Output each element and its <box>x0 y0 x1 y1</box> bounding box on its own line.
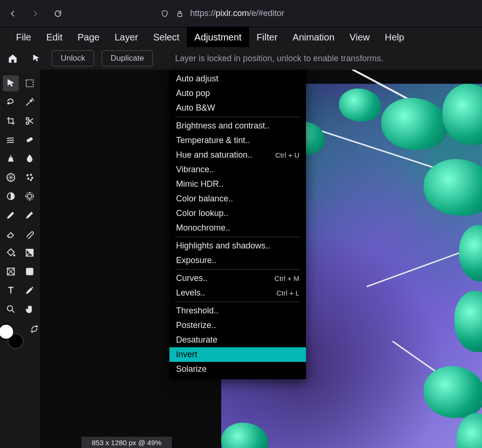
tool-pen[interactable] <box>3 207 19 223</box>
menu-filter[interactable]: Filter <box>249 27 285 47</box>
swatch-fg[interactable] <box>0 324 14 340</box>
menuitem-label: Brightness and contrast.. <box>176 121 270 131</box>
tool-marquee[interactable] <box>22 75 38 91</box>
status-text: 853 x 1280 px @ 49% <box>92 439 161 447</box>
menuitem-color-balance[interactable]: Color balance.. <box>169 192 306 206</box>
menuitem-posterize[interactable]: Posterize.. <box>169 318 306 333</box>
duplicate-button[interactable]: Duplicate <box>102 50 153 66</box>
unlock-button[interactable]: Unlock <box>52 50 94 66</box>
menuitem-auto-pop[interactable]: Auto pop <box>169 86 306 101</box>
tool-eraser[interactable] <box>3 226 19 242</box>
menu-separator <box>175 302 300 302</box>
shield-icon <box>160 9 169 18</box>
menuitem-desaturate[interactable]: Desaturate <box>169 333 306 347</box>
tool-brush[interactable] <box>22 207 38 223</box>
menuitem-label: Color lookup.. <box>176 208 228 218</box>
menu-adjustment[interactable]: Adjustment <box>187 27 249 47</box>
tool-pixelate[interactable] <box>3 169 19 185</box>
menuitem-temperature-tint[interactable]: Temperature & tint.. <box>169 133 306 148</box>
svg-point-4 <box>33 100 34 101</box>
menu-layer[interactable]: Layer <box>107 27 145 47</box>
menu-separator <box>175 117 300 117</box>
menuitem-monochrome[interactable]: Monochrome.. <box>169 221 306 235</box>
tool-zoom[interactable] <box>3 301 19 317</box>
tool-text[interactable] <box>3 282 19 298</box>
menuitem-color-lookup[interactable]: Color lookup.. <box>169 206 306 221</box>
menuitem-hue-and-saturation[interactable]: Hue and saturation..Ctrl + U <box>169 148 306 162</box>
tool-frame[interactable] <box>22 264 38 280</box>
menuitem-vibrance[interactable]: Vibrance.. <box>169 162 306 177</box>
menuitem-brightness-and-contrast[interactable]: Brightness and contrast.. <box>169 119 306 133</box>
menuitem-solarize[interactable]: Solarize <box>169 362 306 376</box>
main-area: 853 x 1280 px @ 49% Auto adjustAuto popA… <box>0 70 482 448</box>
tool-heal[interactable] <box>22 132 38 148</box>
tool-lasso[interactable] <box>3 94 19 110</box>
menuitem-highlights-and-shadows[interactable]: Highlights and shadows.. <box>169 239 306 253</box>
reload-button[interactable] <box>52 8 64 20</box>
menuitem-label: Threshold.. <box>176 306 218 316</box>
options-toolbar: Unlock Duplicate Layer is locked in posi… <box>0 47 482 70</box>
menuitem-label: Auto B&W <box>176 103 215 113</box>
svg-point-16 <box>25 192 33 200</box>
tool-eyedropper[interactable] <box>22 282 38 298</box>
menuitem-label: Auto adjust <box>176 74 218 84</box>
tool-paint[interactable] <box>22 226 38 242</box>
menu-select[interactable]: Select <box>145 27 187 47</box>
tool-blur[interactable] <box>22 151 38 167</box>
forward-button[interactable] <box>29 8 41 20</box>
svg-point-9 <box>26 175 28 176</box>
menuitem-label: Hue and saturation.. <box>176 150 252 160</box>
menuitem-curves[interactable]: Curves..Ctrl + M <box>169 271 306 286</box>
menuitem-mimic-hdr[interactable]: Mimic HDR.. <box>169 177 306 192</box>
menuitem-label: Mimic HDR.. <box>176 179 224 189</box>
menu-file[interactable]: File <box>8 27 39 47</box>
svg-point-13 <box>30 179 32 181</box>
svg-point-17 <box>13 255 15 256</box>
svg-point-21 <box>7 306 12 311</box>
back-button[interactable] <box>7 8 19 20</box>
menuitem-label: Levels.. <box>176 288 205 298</box>
svg-point-10 <box>30 174 32 176</box>
tool-dodge[interactable] <box>3 188 19 204</box>
menu-separator <box>175 237 300 237</box>
cursor-button[interactable] <box>28 50 44 66</box>
menu-help[interactable]: Help <box>378 27 412 47</box>
menu-view[interactable]: View <box>342 27 378 47</box>
tool-crop[interactable] <box>3 113 19 129</box>
tool-scissors[interactable] <box>22 113 38 129</box>
tool-shape[interactable] <box>3 264 19 280</box>
menuitem-threshold[interactable]: Threshold.. <box>169 304 306 318</box>
address-bar[interactable]: https://pixlr.com/e/#editor <box>160 8 475 18</box>
status-bar: 853 x 1280 px @ 49% <box>81 437 172 448</box>
tool-liquify[interactable] <box>3 132 19 148</box>
tool-clone[interactable] <box>3 151 19 167</box>
menuitem-exposure[interactable]: Exposure.. <box>169 253 306 268</box>
menuitem-auto-b-w[interactable]: Auto B&W <box>169 101 306 115</box>
tool-arrow[interactable] <box>3 75 19 91</box>
app-menubar: FileEditPageLayerSelectAdjustmentFilterA… <box>0 27 482 47</box>
color-swatches[interactable] <box>0 324 24 349</box>
menuitem-auto-adjust[interactable]: Auto adjust <box>169 72 306 86</box>
tool-fill[interactable] <box>3 245 19 261</box>
toolbar-hint: Layer is locked in position, unlock to e… <box>175 54 383 64</box>
svg-point-11 <box>31 177 33 179</box>
menuitem-label: Temperature & tint.. <box>176 136 250 145</box>
home-button[interactable] <box>5 50 21 66</box>
tool-sharpen[interactable] <box>22 188 38 204</box>
menuitem-label: Color balance.. <box>176 194 233 204</box>
menu-page[interactable]: Page <box>70 27 107 47</box>
menuitem-shortcut: Ctrl + M <box>274 274 299 282</box>
menuitem-label: Posterize.. <box>176 320 216 330</box>
tool-gradient[interactable] <box>22 245 38 261</box>
menuitem-label: Auto pop <box>176 88 210 98</box>
menuitem-levels[interactable]: Levels..Ctrl + L <box>169 286 306 300</box>
svg-rect-0 <box>178 13 182 16</box>
menu-edit[interactable]: Edit <box>39 27 70 47</box>
menu-animation[interactable]: Animation <box>285 27 342 47</box>
tool-disperse[interactable] <box>22 169 38 185</box>
tool-wand[interactable] <box>22 94 38 110</box>
tool-hand[interactable] <box>22 301 38 317</box>
svg-point-15 <box>27 194 32 198</box>
menuitem-invert[interactable]: Invert <box>169 347 306 362</box>
menuitem-label: Invert <box>176 350 197 360</box>
